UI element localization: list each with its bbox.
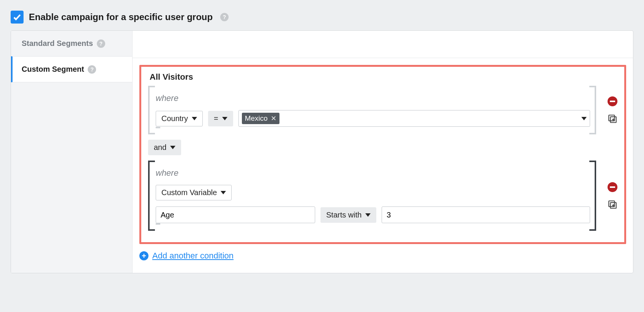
dropdown-label: Country bbox=[161, 114, 188, 123]
help-icon[interactable]: ? bbox=[97, 39, 105, 48]
chevron-down-icon bbox=[365, 213, 371, 217]
segment-title: All Visitors bbox=[148, 72, 617, 82]
help-icon[interactable]: ? bbox=[220, 13, 229, 21]
tab-label: Custom Segment bbox=[22, 65, 84, 74]
join-operator-dropdown[interactable]: and bbox=[148, 140, 181, 155]
tab-label: Standard Segments bbox=[22, 39, 93, 48]
delete-condition-button[interactable] bbox=[608, 182, 617, 192]
duplicate-condition-button[interactable] bbox=[608, 114, 617, 124]
condition-block: where Custom Variable Starts with bbox=[148, 161, 617, 231]
operator-dropdown[interactable]: = bbox=[208, 111, 233, 126]
comparator-dropdown[interactable]: Starts with bbox=[320, 207, 376, 223]
value-input[interactable] bbox=[382, 206, 590, 223]
chevron-down-icon bbox=[581, 117, 587, 120]
chip-label: Mexico bbox=[245, 114, 268, 123]
value-chip: Mexico ✕ bbox=[242, 113, 279, 124]
enable-campaign-label: Enable campaign for a specific user grou… bbox=[29, 12, 213, 22]
add-condition-button[interactable]: + Add another condition bbox=[139, 251, 234, 261]
segment-builder-highlight: All Visitors where Country = bbox=[139, 65, 626, 244]
segment-main: All Visitors where Country = bbox=[133, 31, 633, 273]
segment-tabs-sidebar: Standard Segments ? Custom Segment ? bbox=[11, 31, 133, 273]
remove-chip-icon[interactable]: ✕ bbox=[271, 114, 276, 123]
tab-standard-segments[interactable]: Standard Segments ? bbox=[11, 31, 132, 56]
chevron-down-icon bbox=[222, 117, 227, 120]
tab-custom-segment[interactable]: Custom Segment ? bbox=[11, 56, 132, 82]
segment-panel: Standard Segments ? Custom Segment ? All… bbox=[11, 30, 633, 273]
condition-block: where Country = Mexico bbox=[148, 86, 617, 134]
plus-icon: + bbox=[139, 251, 148, 260]
dropdown-label: and bbox=[154, 143, 166, 152]
chevron-down-icon bbox=[170, 146, 175, 149]
add-condition-label: Add another condition bbox=[152, 251, 234, 261]
duplicate-condition-button[interactable] bbox=[608, 200, 617, 210]
enable-campaign-checkbox[interactable] bbox=[11, 11, 24, 24]
variable-name-input[interactable] bbox=[156, 206, 315, 223]
where-label: where bbox=[156, 168, 590, 178]
field-dropdown[interactable]: Country bbox=[156, 111, 203, 126]
where-label: where bbox=[156, 93, 590, 103]
field-dropdown[interactable]: Custom Variable bbox=[156, 185, 232, 200]
help-icon[interactable]: ? bbox=[88, 65, 96, 74]
dropdown-label: Starts with bbox=[326, 211, 361, 219]
delete-condition-button[interactable] bbox=[608, 96, 617, 106]
chevron-down-icon bbox=[221, 191, 226, 194]
value-multiselect[interactable]: Mexico ✕ bbox=[238, 110, 590, 127]
chevron-down-icon bbox=[192, 117, 197, 120]
dropdown-label: Custom Variable bbox=[161, 188, 217, 197]
toolbar-spacer bbox=[133, 31, 633, 58]
dropdown-label: = bbox=[214, 114, 218, 123]
